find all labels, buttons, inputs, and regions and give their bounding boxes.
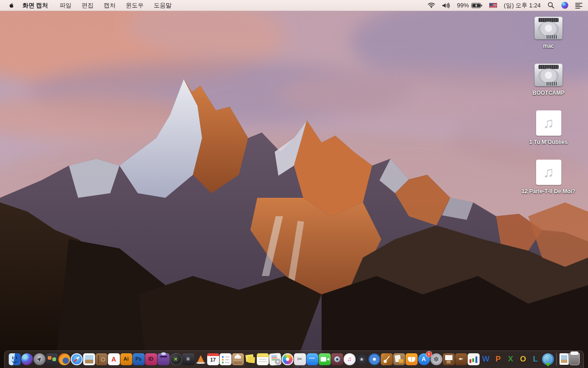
menu-edit[interactable]: 편집 [77,0,99,11]
messages-glyph: ••• [309,356,315,361]
menu-bar-status: 99% (일) 오후 1:24 [428,1,588,10]
apple-icon [8,2,15,9]
microsoft-lync-glyph: L [533,355,537,363]
dock-firefox-icon[interactable] [58,353,70,365]
desktop-icon-tu-moublies[interactable]: ♫1 Tu M'Oublies [519,110,578,146]
dock-disk-tool-icon[interactable]: ✳ [182,353,194,365]
menu-help[interactable]: 도움말 [149,0,177,11]
dock-indesign-icon[interactable]: ID [145,353,157,365]
siri-icon[interactable] [561,2,568,9]
dock-microsoft-excel-icon[interactable]: X [505,353,517,365]
dock-news-collage-app-icon[interactable] [393,353,405,365]
dock-divx-icon[interactable]: × [170,353,182,365]
desktop-icon-mac[interactable]: mac [519,17,578,50]
dock-imovie-icon[interactable]: ★ [356,353,368,365]
dock-mission-control-icon[interactable] [46,353,58,365]
hd-vents [547,35,558,39]
dock-photoshop-icon[interactable]: Ps [133,353,145,365]
menu-file[interactable]: 파일 [55,0,77,11]
dock-microsoft-outlook-icon[interactable]: O [517,353,529,365]
dock-launchpad-icon[interactable]: ➤ [34,353,45,365]
disk-tool-glyph: ✳ [186,356,191,362]
dock-stickies-icon[interactable] [244,353,256,365]
music-note-glyph: ♫ [543,164,554,181]
menu-capture[interactable]: 캡처 [99,0,121,11]
dock-photos-icon[interactable] [282,353,294,365]
hd-platter [538,22,559,36]
notification-center-icon[interactable] [575,2,582,9]
menu-bar-left: 화면 캡처파일편집캡처윈도우도움말 [0,0,177,11]
system-preferences-glyph: ✽ [433,356,439,362]
dock-installer-documents-icon[interactable] [269,353,282,366]
menu-bar-clock[interactable]: (일) 오후 1:24 [504,1,541,10]
dock-dvd-player-icon[interactable] [368,353,380,365]
input-source-us-flag-icon[interactable] [489,3,497,8]
spotlight-search-icon[interactable] [548,2,554,9]
indesign-glyph: ID [148,356,153,362]
running-indicator [299,367,300,368]
dock-siri-icon[interactable] [21,353,33,365]
dock-microsoft-powerpoint-icon[interactable]: P [492,353,504,365]
apple-menu-icon[interactable] [6,2,17,9]
dock-pages-09-icon[interactable]: ✒ [455,353,467,365]
dock-safari-icon[interactable] [71,353,83,365]
running-indicator [14,367,15,368]
dock-app-store-icon[interactable]: A1 [418,353,430,365]
microsoft-word-glyph: W [482,355,489,363]
battery-status[interactable]: 99% [457,2,482,9]
dock-system-preferences-icon[interactable]: ✽ [430,353,442,365]
dock-keynote-09-icon[interactable] [443,353,455,365]
microsoft-excel-glyph: X [508,355,513,363]
photoshop-glyph: Ps [136,356,141,362]
dock-notes-icon[interactable] [257,353,269,365]
dock-messages-icon[interactable]: ••• [306,353,318,365]
microsoft-outlook-glyph: O [520,355,526,363]
dock-vlc-icon[interactable] [195,353,207,365]
desktop-wallpaper [0,0,588,368]
dock-microsoft-word-icon[interactable]: W [480,353,492,365]
dock-download-manager-icon[interactable] [542,353,554,365]
menu-window[interactable]: 윈도우 [121,0,149,11]
music-note-glyph: ♫ [543,115,554,132]
dock-toast-titanium-icon[interactable] [158,353,170,365]
dock-contacts-icon[interactable] [96,353,107,365]
desktop-icon-label: 1 Tu M'Oublies [529,139,568,146]
dock: ➤AAiPsID×✳17✂•••♫★A1✽✒WPXOL [4,351,584,368]
dock-garageband-icon[interactable] [381,353,393,365]
hd-platter [538,69,559,83]
hard-drive-icon [534,17,563,40]
audio-file-icon: ♫ [536,160,561,185]
desktop-icon-parle-t-il-de-moi[interactable]: ♫12 Parle-T-Il De Moi? [519,160,578,195]
dock-photo-booth-icon[interactable] [331,353,343,365]
dock-ibooks-icon[interactable] [406,353,418,365]
dock-illustrator-icon[interactable]: Ai [120,353,132,365]
app-store-glyph: A [422,356,426,362]
dock-itunes-icon[interactable]: ♫ [344,353,356,365]
menu-bar: 화면 캡처파일편집캡처윈도우도움말 99% [0,0,588,11]
desktop-icon-label: mac [543,43,554,50]
dock-trash-icon[interactable] [569,353,580,365]
volume-icon[interactable] [442,3,450,8]
menu-app[interactable]: 화면 캡처 [17,0,55,11]
itunes-glyph: ♫ [347,356,352,362]
dock-preview-icon[interactable] [83,353,95,365]
desktop-icon-bootcamp[interactable]: BOOTCAMP [519,63,578,97]
dock-container: ➤AAiPsID×✳17✂•••♫★A1✽✒WPXOL [4,351,584,368]
dock-archive-utility-icon[interactable] [232,353,244,365]
dock-separator [556,353,557,366]
wifi-icon[interactable] [428,2,435,8]
macos-desktop: 화면 캡처파일편집캡처윈도우도움말 99% [0,0,588,368]
dock-downloads-stack-icon[interactable] [560,353,569,365]
dock-calendar-icon[interactable]: 17 [207,353,219,365]
dock-screen-capture-grab-icon[interactable]: ✂ [294,353,306,365]
dock-facetime-icon[interactable] [319,353,331,365]
calendar-glyph: 17 [210,357,215,362]
dock-acrobat-reader-icon[interactable]: A [108,353,120,365]
audio-file-icon: ♫ [536,110,561,136]
desktop-icon-label: 12 Parle-T-Il De Moi? [521,188,575,195]
dock-microsoft-lync-icon[interactable]: L [530,353,542,365]
dock-office-chart-tool-icon[interactable] [468,353,480,365]
dock-finder-icon[interactable] [9,353,21,365]
dock-reminders-icon[interactable] [220,353,232,365]
battery-percent: 99% [457,2,469,9]
